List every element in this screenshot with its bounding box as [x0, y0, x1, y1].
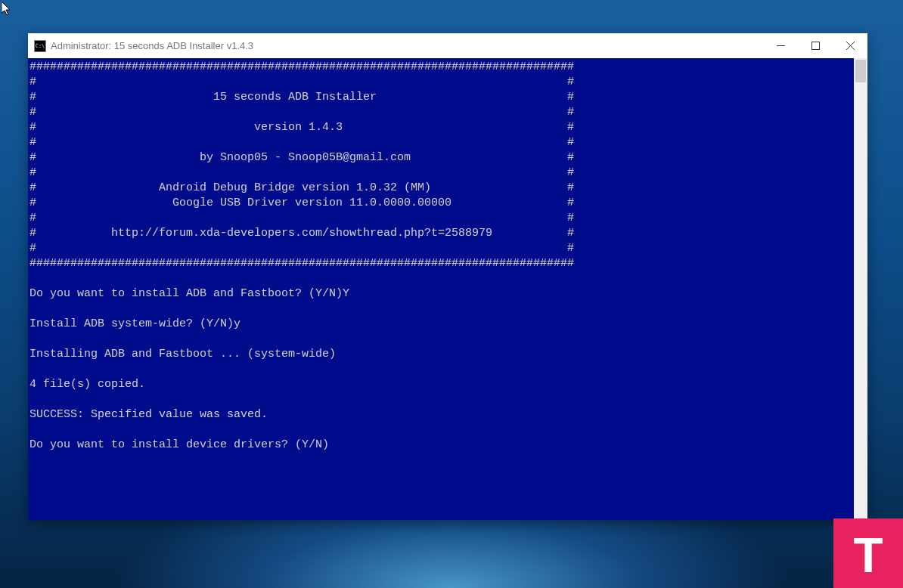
scrollbar-thumb[interactable]: [855, 60, 866, 82]
window-title: Administrator: 15 seconds ADB Installer …: [51, 40, 763, 51]
vertical-scrollbar[interactable]: [854, 58, 867, 520]
svg-rect-1: [811, 42, 819, 50]
window-controls: [763, 33, 867, 58]
command-prompt-window: C:\ Administrator: 15 seconds ADB Instal…: [28, 33, 867, 520]
window-titlebar[interactable]: C:\ Administrator: 15 seconds ADB Instal…: [28, 33, 867, 58]
console-area: ########################################…: [28, 58, 867, 520]
cmd-icon: C:\: [34, 40, 46, 52]
watermark-badge: T: [833, 518, 903, 588]
maximize-button[interactable]: [798, 33, 833, 58]
cursor-pointer-icon: [2, 2, 12, 20]
console-output[interactable]: ########################################…: [28, 58, 854, 520]
minimize-button[interactable]: [763, 33, 798, 58]
close-button[interactable]: [833, 33, 867, 58]
